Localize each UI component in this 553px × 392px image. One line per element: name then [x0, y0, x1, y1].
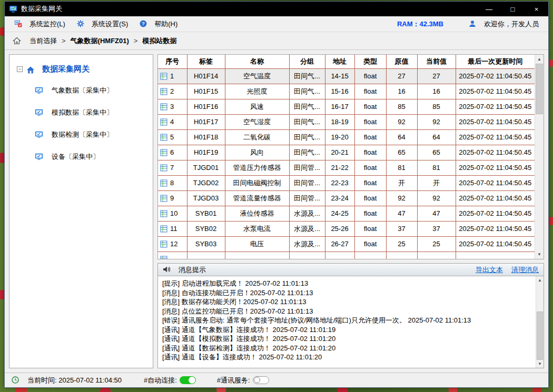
message-scrollbar-track[interactable]	[536, 284, 544, 311]
svg-text:?: ?	[142, 21, 145, 26]
cell-raw-value: 85	[386, 99, 417, 114]
cell-last-update: 2025-07-02 11:04:50.45	[456, 129, 535, 145]
tree-item-channel[interactable]: 模拟数据〔采集中〕	[9, 102, 153, 124]
menu-system-settings-label: 系统设置(S)	[92, 19, 128, 29]
cell-address: 26-27	[325, 236, 354, 252]
table-row[interactable]: 4 H01F17 空气湿度 田间气... 18-19 float 92 92 2	[158, 114, 535, 129]
breadcrumb-item-weather[interactable]: 气象数据(HMFZ01)	[71, 36, 129, 46]
data-table-viewport: 序号 标签 名称 分组 地址 类型 原值 当前值 最后一次更新时间	[158, 55, 535, 259]
message-line: [消息] 自动连接功能已开启！2025-07-02 11:01:13	[162, 288, 532, 298]
clear-messages-link[interactable]: 清理消息	[511, 265, 539, 275]
menu-help[interactable]: ? 帮助(H)	[134, 16, 183, 32]
gear-icon	[77, 20, 85, 28]
cell-name: 风速	[225, 99, 289, 114]
column-header-address[interactable]: 地址	[325, 55, 354, 68]
table-row[interactable]: 11 SYB02 水泵电流 水源及... 25-26 float 37 37 2	[158, 221, 535, 236]
breadcrumb-item-sim-station[interactable]: 模拟站数据	[142, 36, 176, 46]
auto-connect-toggle[interactable]	[180, 376, 196, 384]
message-log[interactable]: [提示] 启动进程加载完成！ 2025-07-02 11:01:13[消息] 自…	[158, 276, 544, 368]
cell-address: 20-21	[325, 145, 354, 160]
cell-name: 风向	[225, 145, 289, 160]
scroll-down-icon[interactable]: ▼	[535, 250, 544, 259]
cell-group: 田间气...	[289, 114, 325, 129]
tree-item-channel[interactable]: 气象数据〔采集中〕	[9, 79, 153, 102]
cell-name: 空气湿度	[225, 114, 289, 129]
cell-index: 10	[170, 209, 177, 217]
table-scrollbar-thumb[interactable]	[536, 64, 543, 114]
message-scrollbar-thumb[interactable]	[537, 311, 543, 360]
scroll-up-icon[interactable]: ▲	[536, 276, 544, 284]
cell-raw-value: 81	[386, 160, 417, 175]
table-row-partial[interactable]	[158, 252, 535, 259]
cell-address: 23-24	[325, 190, 354, 206]
column-header-tag[interactable]: 标签	[187, 55, 225, 68]
tree-item-channel[interactable]: 设备〔采集中〕	[9, 146, 153, 168]
cell-current-value: 92	[417, 190, 456, 206]
menu-system-monitor[interactable]: 系统监控(L)	[9, 16, 71, 32]
column-header-last-update[interactable]: 最后一次更新时间	[456, 55, 535, 68]
cell-last-update: 2025-07-02 11:04:50.45	[456, 99, 535, 114]
column-header-type[interactable]: 类型	[354, 55, 386, 68]
close-button[interactable]: ×	[525, 2, 548, 16]
user-icon	[469, 20, 477, 28]
maximize-button[interactable]: □	[501, 2, 525, 16]
cell-name: 管道压力传感器	[225, 160, 289, 175]
table-row[interactable]: 8 TJGD02 田间电磁阀控制 田间管... 22-23 float 开 开	[158, 175, 535, 190]
comm-service-toggle[interactable]	[253, 376, 269, 384]
column-header-index[interactable]: 序号	[158, 55, 187, 68]
table-row[interactable]: 7 TJGD01 管道压力传感器 田间管... 21-22 float 81 8…	[158, 160, 535, 175]
column-header-name[interactable]: 名称	[225, 55, 289, 68]
table-row[interactable]: 9 TJGD03 管道流量传感器 田间管... 23-24 float 92 9…	[158, 190, 535, 206]
cell-raw-value: 开	[386, 175, 417, 190]
cell-last-update: 2025-07-02 11:04:50.45	[456, 206, 535, 221]
table-row[interactable]: 1 H01F14 空气温度 田间气... 14-15 float 27 27 2	[158, 68, 535, 84]
cell-group: 水源及...	[289, 221, 325, 236]
table-row[interactable]: 2 H01F15 光照度 田间气... 15-16 float 16 16 20	[158, 84, 535, 99]
cell-name: 电压	[225, 236, 289, 252]
cell-current-value: 37	[417, 221, 456, 236]
scroll-up-icon[interactable]: ▲	[535, 55, 544, 64]
home-icon[interactable]	[13, 37, 21, 45]
clock-icon	[12, 376, 20, 385]
table-row[interactable]: 5 H01F18 二氧化碳 田间气... 19-20 float 64 64 2	[158, 129, 535, 145]
cell-name: 液位传感器	[225, 206, 289, 221]
cell-type: float	[354, 84, 386, 99]
table-row[interactable]: 3 H01F16 风速 田间气... 16-17 float 85 85 202	[158, 99, 535, 114]
message-panel-title: 消息提示	[179, 265, 206, 275]
datapoint-icon	[160, 240, 167, 248]
tree-root-gateway[interactable]: − 数据采集网关	[9, 61, 153, 79]
message-scrollbar[interactable]: ▲ ▼	[536, 276, 544, 368]
table-scrollbar-track[interactable]	[535, 114, 544, 250]
cell-last-update: 2025-07-02 11:04:50.45	[456, 221, 535, 236]
breadcrumb-separator: >	[134, 37, 138, 45]
monitor-check-icon	[35, 153, 43, 161]
cell-type: float	[354, 190, 386, 206]
cell-index: 1	[170, 72, 174, 80]
table-row[interactable]: 10 SYB01 液位传感器 水源及... 24-25 float 47 47	[158, 206, 535, 221]
cell-raw-value: 37	[386, 221, 417, 236]
collapse-icon[interactable]: −	[17, 66, 23, 72]
gateway-icon	[26, 65, 35, 74]
minimize-button[interactable]: —	[477, 2, 501, 16]
cell-raw-value: 27	[386, 68, 417, 84]
menu-system-settings[interactable]: 系统设置(S)	[71, 16, 134, 32]
cell-index: 6	[170, 148, 174, 156]
datapoint-icon	[160, 179, 167, 187]
title-bar[interactable]: 数据采集网关 — □ ×	[5, 2, 548, 16]
toggle-knob	[189, 377, 195, 384]
table-row[interactable]: 6 H01F19 风向 田间气... 20-21 float 65 65 202	[158, 145, 535, 160]
cell-raw-value: 16	[386, 84, 417, 99]
data-table-panel: 序号 标签 名称 分组 地址 类型 原值 当前值 最后一次更新时间	[157, 54, 544, 259]
scroll-down-icon[interactable]: ▼	[536, 360, 544, 368]
column-header-group[interactable]: 分组	[289, 55, 325, 68]
cell-type: float	[354, 68, 386, 84]
cell-last-update: 2025-07-02 11:04:50.45	[456, 84, 535, 99]
tree-item-channel[interactable]: 数据检测〔采集中〕	[9, 124, 153, 146]
column-header-current-value[interactable]: 当前值	[417, 55, 456, 68]
export-text-link[interactable]: 导出文本	[476, 265, 503, 275]
table-row[interactable]: 12 SYB03 电压 水源及... 26-27 float 25 25 202	[158, 236, 535, 252]
cell-index: 11	[170, 225, 177, 233]
table-scrollbar[interactable]: ▲ ▼	[535, 55, 544, 259]
column-header-raw-value[interactable]: 原值	[386, 55, 417, 68]
tree-item-label: 设备〔采集中〕	[52, 152, 100, 162]
